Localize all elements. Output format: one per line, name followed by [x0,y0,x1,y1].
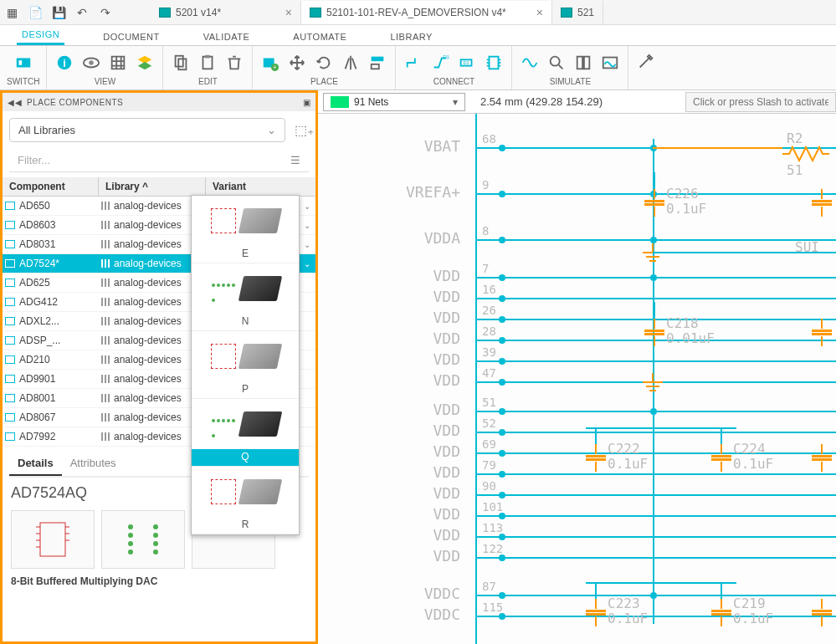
component-name: AD210 [18,354,99,365]
library-icon [101,394,111,402]
library-icon [101,259,111,268]
power-net-label: VDD [368,463,460,481]
close-icon[interactable]: × [285,6,292,19]
pin-icon[interactable] [483,52,505,74]
power-net-label: VDD [368,484,460,502]
capacitor [812,444,832,472]
switch-board-icon[interactable] [13,52,34,74]
close-icon[interactable]: × [536,6,543,19]
bus-icon[interactable]: D1 [429,52,451,74]
rotate-icon[interactable] [313,52,335,74]
save-icon[interactable]: 💾 [47,1,70,24]
net-wire [721,427,722,444]
net-wire [586,427,736,429]
redo-icon[interactable]: ↷ [94,1,117,24]
junction [499,613,505,620]
menu-design[interactable]: DESIGN [17,26,64,45]
schematic-file-icon [561,8,572,18]
svg-rect-20 [577,56,582,69]
variant-option[interactable]: N [192,263,299,331]
grid-icon[interactable] [107,52,129,74]
pin-number: 16 [482,283,496,296]
copy-icon[interactable] [170,52,192,74]
document-tab[interactable]: 52101-101-REV-A_DEMOVERSION v4* × [301,1,552,24]
menu-validate[interactable]: VALIDATE [198,28,255,45]
net-icon[interactable] [403,52,424,74]
library-manager-icon[interactable]: ⬚₊ [292,122,315,138]
junction [499,513,505,519]
net-wire [595,427,597,444]
settings-icon[interactable] [635,52,657,74]
tab-details[interactable]: Details [9,452,62,476]
command-input[interactable] [685,92,836,112]
menu-library[interactable]: LIBRARY [385,28,437,45]
sine-icon[interactable] [519,52,541,74]
schematic-canvas[interactable]: VBAT68VREFA+9VDDA8VDD7VDD16VDD26VDD28VDD… [318,114,836,644]
pin-number: 8 [482,224,489,238]
junction [499,555,505,561]
library-select[interactable]: All Libraries ⌄ [9,118,285,142]
filter-input[interactable]: Filter... [18,154,290,166]
undo-icon[interactable]: ↶ [70,1,94,24]
power-net-label: VDD [368,309,460,326]
library-icon [101,413,111,422]
app-grid-icon[interactable]: ▦ [0,1,23,24]
junction [650,408,657,415]
resistor [782,146,833,166]
meter-icon[interactable] [572,52,594,74]
column-variant[interactable]: Variant [206,177,315,196]
align-icon[interactable] [367,52,388,74]
svg-rect-0 [16,58,30,67]
net-wire [502,494,836,496]
visibility-icon[interactable] [80,52,102,74]
add-part-icon[interactable]: + [259,52,281,74]
document-tab[interactable]: 521 [552,1,603,24]
menu-document[interactable]: DOCUMENT [98,28,165,45]
layers-icon[interactable] [134,52,156,74]
pin-number: 51 [482,396,496,409]
nets-select[interactable]: 91 Nets ▾ [323,93,465,111]
power-net-label: VDD [368,350,460,368]
component-ref: C218 [666,315,699,331]
probe-icon[interactable] [546,52,567,74]
scope-icon[interactable] [599,52,621,74]
net-wire [502,298,836,299]
power-net-label: VDD [368,442,460,460]
canvas-toolbar: 91 Nets ▾ 2.54 mm (429.28 154.29) [318,90,836,114]
collapse-icon[interactable]: ◀◀ [8,98,22,107]
delete-icon[interactable] [223,52,245,74]
net-wire [502,360,836,362]
junction [499,337,505,344]
move-icon[interactable] [286,52,308,74]
cursor-coordinates: 2.54 mm (429.28 154.29) [480,95,603,108]
variant-option[interactable]: P [192,331,299,399]
new-icon[interactable]: 📄 [23,1,47,24]
net-wire [595,582,597,599]
mirror-icon[interactable] [340,52,362,74]
column-component[interactable]: Component [3,177,99,196]
ground-symbol [643,373,663,391]
component-name: AD8001 [18,392,99,404]
info-icon[interactable]: i [54,52,75,74]
column-library[interactable]: Library ^ [99,177,206,196]
net-wire [502,239,836,241]
tab-attributes[interactable]: Attributes [62,452,125,476]
place-components-panel: ◀◀ PLACE COMPONENTS ▣ All Libraries ⌄ ⬚₊… [0,90,318,644]
junction [650,592,657,599]
pin-number: 101 [482,500,503,514]
capacitor [812,599,832,626]
chevron-down-icon: ⌄ [304,202,310,211]
menu-automate[interactable]: AUTOMATE [288,28,351,45]
library-icon [101,355,111,364]
label-icon[interactable]: D1 [456,52,478,74]
variant-option[interactable]: R [192,467,299,534]
component-name: AD8067 [18,411,99,423]
variant-option[interactable]: Q [192,399,299,467]
document-tab[interactable]: 5201 v14* × [151,1,301,24]
filter-options-icon[interactable]: ☰ [290,154,300,166]
variant-option[interactable]: E [192,196,299,263]
capacitor [644,189,664,217]
panel-menu-icon[interactable]: ▣ [303,98,311,107]
net-wire [653,252,836,253]
paste-icon[interactable] [197,52,218,74]
